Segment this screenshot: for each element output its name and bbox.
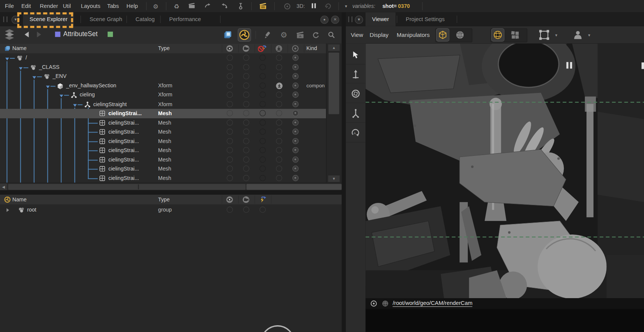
viewport[interactable] <box>365 44 644 298</box>
toggle-visibility-eye[interactable] <box>227 101 233 107</box>
collections-row[interactable]: rootgroup <box>0 206 326 215</box>
toggle-visibility-eye[interactable] <box>227 207 233 213</box>
toggle-working-set[interactable] <box>292 175 298 181</box>
toggle-working-set[interactable] <box>292 129 298 135</box>
rotate-icon[interactable] <box>346 85 365 103</box>
toggle-visibility-eye[interactable] <box>227 73 233 79</box>
pane-grip[interactable] <box>3 17 8 22</box>
tree-row[interactable]: cielingXform <box>0 90 326 100</box>
menu-layouts[interactable]: Layouts <box>79 0 102 12</box>
search-icon[interactable] <box>325 29 338 41</box>
tab-project-settings[interactable]: Project Settings <box>399 12 451 26</box>
pane-splitter[interactable] <box>0 190 342 195</box>
toggle-working-set[interactable] <box>292 166 298 172</box>
toggle-working-set[interactable] <box>292 119 298 125</box>
menu-file[interactable]: File <box>3 0 15 12</box>
expand-caret-icon[interactable] <box>32 75 37 79</box>
chevron-down-icon[interactable]: ▼ <box>344 0 348 12</box>
toggle-render-camera[interactable] <box>243 64 249 70</box>
toggle-no-live-render[interactable] <box>260 64 266 70</box>
expand-caret-icon[interactable] <box>5 56 9 60</box>
tree-row[interactable]: cielingStrai...Mesh <box>0 174 326 183</box>
pane-grip[interactable] <box>348 17 352 22</box>
toggle-no-live-render[interactable] <box>260 156 266 162</box>
marquee-select-icon[interactable] <box>538 29 550 41</box>
select-arrow-icon[interactable] <box>346 46 365 64</box>
viewer-menu-display[interactable]: Display <box>370 26 388 44</box>
toggle-no-live-render[interactable] <box>260 91 266 97</box>
collapse-caret-icon[interactable] <box>6 207 10 212</box>
toggle-render-camera[interactable] <box>243 138 249 144</box>
toggle-no-live-render[interactable] <box>260 101 266 107</box>
load-state-icon[interactable] <box>275 45 283 53</box>
pane-menu-button[interactable]: ▼ <box>355 15 363 24</box>
toggle-render-camera[interactable] <box>243 129 249 135</box>
gold-clapperboard-icon[interactable] <box>260 3 267 11</box>
node-color-swatch[interactable] <box>55 32 60 37</box>
no-live-render-icon[interactable] <box>258 44 267 53</box>
toggle-render-camera[interactable] <box>243 101 249 107</box>
tree-row[interactable]: _env_hallwaySectionXformcompon <box>0 81 326 91</box>
back-arrow-icon[interactable] <box>24 31 29 39</box>
tree-row[interactable]: cielingStrai...Mesh <box>0 118 326 128</box>
pane-close-button[interactable]: ✕ <box>331 15 339 24</box>
toggle-no-live-render[interactable] <box>260 175 266 181</box>
gear-icon[interactable]: ⚙ <box>152 3 160 11</box>
scrollbar-thumb[interactable] <box>8 184 246 190</box>
toggle-visibility-eye[interactable] <box>227 82 233 88</box>
toggle-load-state[interactable] <box>276 156 282 162</box>
expand-caret-icon[interactable] <box>18 65 23 69</box>
toggle-no-live-render[interactable] <box>260 138 266 144</box>
toggle-working-set[interactable] <box>292 156 298 162</box>
katana-swirl-icon[interactable] <box>238 29 251 41</box>
tree-row[interactable]: cielingStrai...Mesh <box>0 146 326 155</box>
camera-person-icon[interactable] <box>572 29 584 41</box>
tree-row[interactable]: cielingStrai...Mesh <box>0 164 326 174</box>
tree-row[interactable]: cielingStrai...Mesh <box>0 155 326 164</box>
variables-name[interactable]: shot= <box>382 0 397 12</box>
toggle-working-set[interactable] <box>292 64 298 70</box>
toggle-visibility-eye[interactable] <box>227 119 233 125</box>
chevron-down-icon[interactable]: ▼ <box>554 33 558 37</box>
wire-sphere-icon[interactable] <box>492 29 504 41</box>
viewer-menu-manipulators[interactable]: Manipulators <box>397 26 429 44</box>
toggle-load-state[interactable] <box>276 166 282 172</box>
tree-row[interactable]: / <box>0 53 326 63</box>
load-state-badge-icon[interactable] <box>276 82 282 89</box>
forward-arrow-icon[interactable] <box>36 31 42 39</box>
tree-row[interactable]: cielingStrai...Mesh <box>0 137 326 146</box>
toggle-no-live-render[interactable] <box>260 82 266 88</box>
hook-icon[interactable] <box>237 3 245 11</box>
toggle-no-live-render[interactable] <box>260 119 266 125</box>
toggle-render-camera[interactable] <box>243 55 249 61</box>
toggle-load-state[interactable] <box>276 101 282 107</box>
tab-viewer[interactable]: Viewer <box>365 12 396 26</box>
menu-edit[interactable]: Edit <box>20 0 32 12</box>
visibility-eye-icon[interactable] <box>226 45 233 53</box>
toggle-working-set[interactable] <box>292 110 298 116</box>
viewer-menu-view[interactable]: View <box>351 26 363 44</box>
toggle-render-camera[interactable] <box>243 147 249 153</box>
toggle-visibility-eye[interactable] <box>227 91 233 97</box>
blue-layers-icon[interactable] <box>222 29 234 41</box>
toggle-no-live-render[interactable] <box>260 73 266 79</box>
live-render-lightning-icon[interactable] <box>258 195 267 204</box>
tree-row[interactable]: _ENV <box>0 72 326 81</box>
tree-row[interactable]: _CLASS <box>0 62 326 72</box>
refresh-icon[interactable] <box>310 29 322 41</box>
toggle-load-state[interactable] <box>276 55 282 61</box>
scroll-down-icon[interactable]: ▼ <box>328 175 340 182</box>
toggle-render-camera[interactable] <box>243 156 249 162</box>
node-status-swatch[interactable] <box>108 32 113 37</box>
toggle-render-camera[interactable] <box>243 207 249 213</box>
camera-path[interactable]: /root/world/geo/CAM/renderCam <box>393 300 472 307</box>
toggle-load-state[interactable] <box>276 129 282 135</box>
toggle-no-live-render[interactable] <box>260 55 266 61</box>
scroll-up-icon[interactable]: ▲ <box>328 44 340 51</box>
breadcrumb[interactable]: AttributeSet <box>63 30 97 38</box>
tab-performance[interactable]: Performance <box>163 12 207 26</box>
toggle-visibility-eye[interactable] <box>227 147 233 153</box>
undo-curve-icon[interactable] <box>221 3 228 11</box>
layers-icon[interactable] <box>4 29 15 41</box>
translate-icon[interactable] <box>346 65 365 83</box>
